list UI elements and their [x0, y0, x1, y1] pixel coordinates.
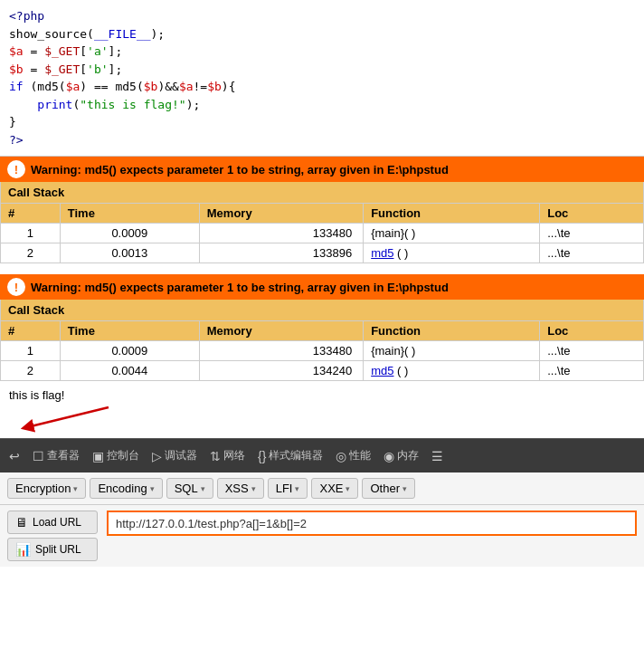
cell-memory: 133480: [199, 341, 363, 361]
warning-message-2: Warning: md5() expects parameter 1 to be…: [31, 281, 449, 294]
url-row: 🖥 Load URL 📊 Split URL: [0, 505, 644, 567]
split-url-button[interactable]: 📊 Split URL: [7, 538, 98, 561]
arrow-container: [9, 402, 635, 438]
col-function-1: Function: [364, 204, 540, 224]
callstack-header-2: Call Stack: [0, 300, 644, 320]
warning-block-1: ! Warning: md5() expects parameter 1 to …: [0, 157, 644, 263]
style-editor-icon: {}: [258, 449, 266, 463]
xss-dropdown[interactable]: XSS ▾: [217, 478, 264, 499]
split-url-icon: 📊: [15, 542, 31, 557]
split-url-label: Split URL: [35, 543, 81, 556]
devtools-menu-button[interactable]: ☰: [426, 445, 449, 467]
devtools-inspector-button[interactable]: ☐ 查看器: [27, 444, 85, 467]
encoding-label: Encoding: [98, 482, 147, 495]
cell-time: 0.0009: [60, 341, 199, 361]
encoding-dropdown[interactable]: Encoding ▾: [90, 478, 162, 499]
cell-memory: 133480: [199, 224, 363, 243]
memory-icon: ◉: [384, 449, 394, 463]
cell-num: 2: [1, 361, 61, 381]
sql-caret: ▾: [201, 484, 205, 493]
menu-icon: ☰: [431, 449, 443, 463]
url-input[interactable]: [107, 511, 637, 536]
load-url-label: Load URL: [33, 516, 81, 529]
code-display: <?php show_source(__FILE__); $a = $_GET[…: [0, 0, 644, 157]
cell-memory: 134240: [199, 361, 363, 381]
xss-label: XSS: [225, 482, 249, 495]
xxe-dropdown[interactable]: XXE ▾: [311, 478, 358, 499]
table-row: 2 0.0013 133896 md5 ( ) ...\te: [1, 243, 644, 263]
cell-time: 0.0013: [60, 243, 199, 263]
cell-function: md5 ( ): [364, 243, 540, 263]
inspector-icon: ☐: [33, 449, 44, 463]
devtools-bar: ↩ ☐ 查看器 ▣ 控制台 ▷ 调试器 ⇅ 网络 {} 样式编辑器 ◎ 性能 ◉…: [0, 438, 644, 472]
flag-area: this is flag!: [0, 385, 644, 438]
memory-label: 内存: [397, 448, 419, 463]
devtools-network-button[interactable]: ⇅ 网络: [204, 444, 251, 467]
encryption-caret: ▾: [73, 484, 78, 493]
inspector-label: 查看器: [47, 448, 80, 463]
devtools-console-button[interactable]: ▣ 控制台: [87, 444, 145, 467]
encryption-label: Encryption: [15, 482, 71, 495]
col-memory-2: Memory: [199, 321, 363, 341]
table-header-row-2: # Time Memory Function Loc: [1, 321, 644, 341]
table-header-row-1: # Time Memory Function Loc: [1, 204, 644, 224]
red-arrow-svg: [9, 402, 118, 434]
sql-label: SQL: [175, 482, 198, 495]
lfi-label: LFI: [276, 482, 293, 495]
cell-loc: ...\te: [540, 361, 644, 381]
md5-link-2[interactable]: md5: [371, 364, 393, 377]
debugger-label: 调试器: [165, 448, 197, 463]
table-row: 1 0.0009 133480 {main}( ) ...\te: [1, 224, 644, 243]
console-label: 控制台: [107, 448, 139, 463]
cell-function: md5 ( ): [364, 361, 540, 381]
code-line-1: <?php: [9, 7, 635, 25]
devtools-performance-button[interactable]: ◎ 性能: [330, 444, 376, 467]
devtools-style-editor-button[interactable]: {} 样式编辑器: [252, 444, 328, 467]
xxe-caret: ▾: [346, 484, 350, 493]
network-icon: ⇅: [210, 449, 221, 463]
cell-loc: ...\te: [540, 224, 644, 243]
code-line-6: print("this is flag!");: [9, 96, 635, 114]
performance-icon: ◎: [336, 449, 346, 463]
encryption-dropdown[interactable]: Encryption ▾: [7, 478, 86, 499]
cell-num: 1: [1, 341, 61, 361]
cell-memory: 133896: [199, 243, 363, 263]
svg-line-1: [27, 407, 109, 427]
warning-header-1: ! Warning: md5() expects parameter 1 to …: [0, 157, 644, 182]
cell-loc: ...\te: [540, 243, 644, 263]
devtools-debugger-button[interactable]: ▷ 调试器: [147, 444, 203, 467]
col-function-2: Function: [364, 321, 540, 341]
callstack-table-2: # Time Memory Function Loc 1 0.0009 1334…: [0, 320, 644, 381]
load-url-button[interactable]: 🖥 Load URL: [7, 511, 98, 534]
load-url-icon: 🖥: [15, 515, 28, 530]
code-line-4: $b = $_GET['b'];: [9, 61, 635, 79]
warning-icon-2: !: [7, 278, 25, 296]
cell-loc: ...\te: [540, 341, 644, 361]
style-editor-label: 样式编辑器: [269, 448, 323, 463]
devtools-memory-button[interactable]: ◉ 内存: [378, 444, 424, 467]
callstack-table-1: # Time Memory Function Loc 1 0.0009 1334…: [0, 203, 644, 263]
flag-text: this is flag!: [9, 388, 64, 402]
cell-time: 0.0044: [60, 361, 199, 381]
other-dropdown[interactable]: Other ▾: [362, 478, 415, 499]
col-num-2: #: [1, 321, 61, 341]
col-num-1: #: [1, 204, 61, 224]
cell-num: 2: [1, 243, 61, 263]
network-label: 网络: [223, 448, 245, 463]
table-row: 1 0.0009 133480 {main}( ) ...\te: [1, 341, 644, 361]
encoding-caret: ▾: [150, 484, 155, 493]
code-line-3: $a = $_GET['a'];: [9, 43, 635, 61]
warning-block-2: ! Warning: md5() expects parameter 1 to …: [0, 274, 644, 381]
xxe-label: XXE: [319, 482, 343, 495]
code-line-5: if (md5($a) == md5($b)&&$a!=$b){: [9, 78, 635, 96]
devtools-back-button[interactable]: ↩: [4, 445, 25, 467]
code-line-2: show_source(__FILE__);: [9, 25, 635, 43]
code-line-7: }: [9, 113, 635, 131]
lfi-caret: ▾: [295, 484, 299, 493]
lfi-dropdown[interactable]: LFI ▾: [268, 478, 308, 499]
warning-icon-1: !: [7, 160, 25, 178]
col-time-1: Time: [60, 204, 199, 224]
md5-link-1[interactable]: md5: [371, 246, 393, 260]
sql-dropdown[interactable]: SQL ▾: [166, 478, 213, 499]
table-row: 2 0.0044 134240 md5 ( ) ...\te: [1, 361, 644, 381]
